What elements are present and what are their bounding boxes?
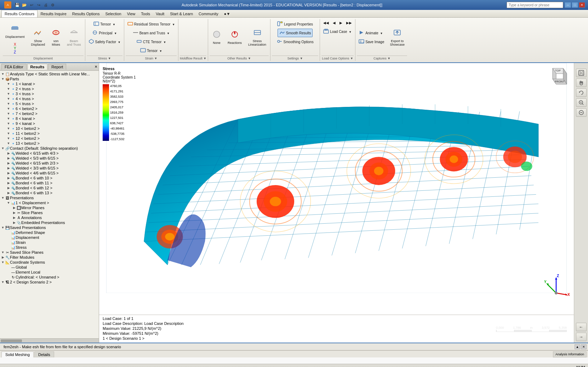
tree-item-annotations[interactable]: ▶ A Annotations (1, 215, 98, 220)
btn-displacement[interactable]: Displacement (3, 21, 27, 42)
qat-open[interactable]: 📂 (21, 2, 28, 8)
xyz-y[interactable]: Y (13, 46, 17, 50)
mesh-visualization[interactable] (99, 63, 574, 293)
close-button[interactable]: ✕ (579, 2, 585, 8)
btn-smoothing-options[interactable]: Smoothing Options (275, 38, 315, 46)
expander-parts[interactable]: ▼ (1, 77, 5, 81)
tree-item-saved-strain[interactable]: ▶ 📊 Strain (1, 240, 98, 245)
menu-selection[interactable]: Selection (102, 10, 124, 17)
xyz-z[interactable]: Z (13, 50, 17, 54)
menu-more[interactable]: ●▼ (221, 10, 233, 17)
tree-item-filter-modules[interactable]: ▶ 🔧 Filter Modules (1, 255, 98, 260)
tree-item-part-8[interactable]: ▼ 🔹 8 < kanat > (1, 116, 98, 121)
btn-none[interactable]: None (210, 27, 224, 48)
view-btn-zoom-fit[interactable] (576, 69, 587, 77)
search-input[interactable] (507, 2, 563, 8)
tree-item-analysis-type[interactable]: ▼ 📋 Analysis Type < Static Stress with L… (1, 71, 98, 76)
btn-reactions[interactable]: Reactions (225, 27, 244, 48)
tree-item-coordinate-systems[interactable]: ▼ 📐 Coordinate Systems (1, 260, 98, 265)
menu-start-learn[interactable]: Start & Learn (167, 10, 196, 17)
tree-item-saved-displacement[interactable]: ▶ 📊 Displacement (1, 235, 98, 240)
tree-item-mirror-planes[interactable]: ▶ 🔲 Mirror Planes (1, 205, 98, 210)
btn-next-next[interactable]: ▶▶ (344, 20, 354, 26)
tree-item-part-6[interactable]: ▼ 🔹 6 < beton2 > (1, 106, 98, 111)
tree-item-part-10[interactable]: ▼ 🔹 10 < beton2 > (1, 126, 98, 131)
menu-results-options[interactable]: Results Options (69, 10, 103, 17)
menu-vault[interactable]: Vault (153, 10, 167, 17)
tree-item-part-9[interactable]: ▼ 🔹 9 < kanat > (1, 121, 98, 126)
btn-show-displaced[interactable]: ShowDisplaced (29, 27, 48, 48)
tree-item-part-3[interactable]: ▼ 🔹 3 < truss > (1, 91, 98, 96)
btn-prev-prev[interactable]: ◀◀ (321, 20, 331, 26)
tree-item-part-2[interactable]: ▼ 🔹 2 < truss > (1, 86, 98, 91)
btn-safety-factor[interactable]: Safety Factor ▼ (87, 38, 122, 46)
panel-tab-fea-editor[interactable]: FEA Editor (1, 64, 27, 70)
btn-beam-truss[interactable]: Beamand Truss (64, 27, 84, 48)
maximize-button[interactable]: □ (572, 2, 578, 8)
tree-scrollbar-h[interactable] (0, 338, 99, 343)
btn-stress-linearization[interactable]: StressLinearization (246, 27, 269, 48)
tree-item-saved-stress[interactable]: ▶ 📊 Stress (1, 245, 98, 250)
btn-next[interactable]: ▶ (338, 20, 344, 26)
view-btn-arrow-left[interactable]: ← (576, 323, 587, 331)
qat-redo[interactable]: ↪ (35, 2, 42, 8)
tree-item-presentations[interactable]: ▼ 🖼 Presentations (1, 195, 98, 200)
tree-item-welded-2[interactable]: ▶ 🔩 Welded < 5/3 with 6/15 > (1, 156, 98, 161)
tree-item-bonded-1[interactable]: ▶ 🔩 Bonded < 6 with 10 > (1, 176, 98, 180)
qat-save[interactable]: 💾 (14, 2, 21, 8)
tree-item-part-5[interactable]: ▼ 🔹 5 < truss > (1, 101, 98, 106)
qat-undo[interactable]: ↩ (28, 2, 35, 8)
tree-item-bonded-3[interactable]: ▶ 🔩 Bonded < 6 with 12 > (1, 185, 98, 190)
viewport[interactable]: Stress Tensor R-R Coordinate System 1 N/… (99, 63, 588, 343)
panel-close-btn[interactable]: ✕ (95, 65, 97, 69)
expander-analysis-type[interactable]: ▼ (1, 72, 5, 76)
tree-item-part-1[interactable]: ▼ 🔹 1 < kanat > (1, 81, 98, 86)
btn-load-case[interactable]: Load Case ▼ (321, 27, 353, 36)
tree-item-saved-presentations[interactable]: ▼ 💾 Saved Presentations (1, 225, 98, 230)
tree-item-bonded-2[interactable]: ▶ 🔩 Bonded < 6 with 11 > (1, 180, 98, 185)
tree-item-deformed-shape[interactable]: ▶ 📊 Deformed Shape (1, 230, 98, 235)
tree-item-part-13[interactable]: ▼ 🔹 13 < beton2 > (1, 141, 98, 146)
tree-item-bonded-4[interactable]: ▶ 🔩 Bonded < 6 with 13 > (1, 190, 98, 195)
btn-animate[interactable]: Animate ▼ (357, 29, 386, 37)
quick-access-toolbar[interactable]: A 💾 📂 ↩ ↪ 🖨 ⚙ (3, 1, 57, 8)
tree-item-global[interactable]: ▶ — Global (1, 265, 98, 270)
panel-tab-report[interactable]: Report (48, 64, 66, 70)
console-expand-btn[interactable]: ▲ (575, 344, 580, 349)
tree-item-welded-5[interactable]: ▶ 🔩 Welded < 4/6 with 6/15 > (1, 171, 98, 176)
tree-item-slice-planes[interactable]: ▶ ✂ Slice Planes (1, 210, 98, 215)
view-btn-reset[interactable] (576, 108, 587, 117)
btn-principal[interactable]: Principal ▼ (90, 29, 119, 37)
console-tab-solid-meshing[interactable]: Solid Meshing (1, 351, 34, 357)
tree-item-part-12[interactable]: ▼ 🔹 12 < beton2 > (1, 136, 98, 141)
xyz-x[interactable]: X (13, 42, 17, 46)
btn-cte-tensor[interactable]: CTE Tensor ▼ (135, 38, 168, 46)
qat-settings[interactable]: ⚙ (50, 2, 56, 8)
menu-results-inquire[interactable]: Results Inquire (38, 10, 69, 17)
tree-item-welded-4[interactable]: ▶ 🔩 Welded < 3/3 with 6/15 > (1, 166, 98, 171)
btn-export-to-showcase[interactable]: Export toShowcase (388, 27, 407, 48)
tree-item-part-11[interactable]: ▼ 🔹 11 < beton2 > (1, 131, 98, 136)
btn-save-image[interactable]: Save Image (357, 38, 386, 46)
view-btn-arrow-right[interactable]: → (576, 333, 587, 341)
tree-item-element-local[interactable]: ▶ — Element Local (1, 270, 98, 275)
btn-smooth-results[interactable]: Smooth Results (278, 29, 313, 37)
tree-item-welded-1[interactable]: ▶ 🔩 Welded < 6/15 with 4/3 > (1, 151, 98, 156)
tree-item-cylindrical[interactable]: ▶ ↻ Cylindrical: < Unnamed > (1, 275, 98, 280)
scroll-thumb-h[interactable] (1, 339, 22, 342)
btn-tensor[interactable]: Tensor ▼ (92, 20, 117, 28)
minimize-button[interactable]: ─ (565, 2, 571, 8)
tree-item-welded-3[interactable]: ▶ 🔩 Welded < 6/15 with 2/3 > (1, 161, 98, 166)
menu-results-contours[interactable]: Results Contours (1, 10, 38, 17)
qat-print[interactable]: 🖨 (42, 2, 49, 8)
tree-item-embedded-presentations[interactable]: ▶ 📎 Embedded Presentations (1, 220, 98, 225)
tree-item-parts[interactable]: ▼ 📦 Parts (1, 76, 98, 81)
view-btn-hand[interactable] (576, 79, 587, 87)
btn-residual-stress-tensor[interactable]: Residual Stress Tensor ▼ (126, 20, 177, 28)
tree-item-presentation-1[interactable]: ▼ 📊 1 < Displacement > (1, 200, 98, 205)
console-close-btn[interactable]: ✕ (581, 344, 587, 349)
menu-community[interactable]: Community (196, 10, 221, 17)
btn-legend-properties[interactable]: Legend Properties (275, 20, 315, 28)
analysis-information-btn[interactable]: Analysis Information (553, 351, 587, 357)
view-btn-zoom[interactable] (576, 98, 587, 107)
